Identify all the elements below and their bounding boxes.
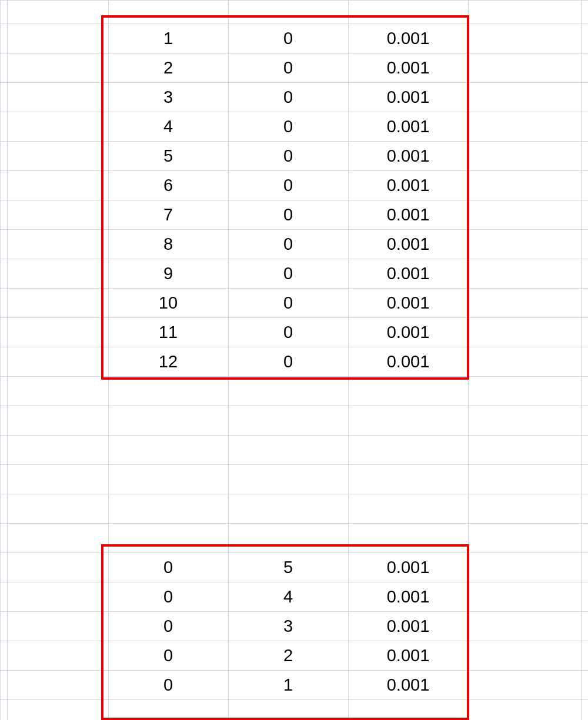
spreadsheet-cell[interactable]: 0 <box>228 229 348 259</box>
cell-value: 0 <box>283 294 293 312</box>
spreadsheet-cell[interactable]: 0 <box>228 112 348 141</box>
spreadsheet-cell[interactable]: 0 <box>108 670 228 699</box>
spreadsheet-cell[interactable]: 2 <box>228 641 348 670</box>
spreadsheet-cell[interactable]: 0 <box>228 317 348 347</box>
spreadsheet-cell[interactable]: 0 <box>228 24 348 53</box>
cell-value: 0.001 <box>387 177 430 194</box>
spreadsheet-cell[interactable]: 0.001 <box>348 582 468 611</box>
cell-value: 0 <box>283 177 293 194</box>
spreadsheet-cell[interactable]: 0.001 <box>348 170 468 200</box>
cell-value: 0.001 <box>387 677 430 694</box>
cell-value: 2 <box>283 647 293 664</box>
spreadsheet-cell[interactable]: 0.001 <box>348 641 468 670</box>
cell-value: 12 <box>159 353 178 370</box>
cell-value: 9 <box>163 265 173 282</box>
spreadsheet-cell[interactable]: 3 <box>108 82 228 112</box>
cell-value: 0 <box>283 30 293 47</box>
cell-value: 0.001 <box>387 324 430 341</box>
spreadsheet-cell[interactable]: 4 <box>228 582 348 611</box>
spreadsheet-cell[interactable]: 8 <box>108 229 228 259</box>
spreadsheet-cell[interactable]: 12 <box>108 347 228 376</box>
cell-value: 0.001 <box>387 294 430 312</box>
spreadsheet-cell[interactable]: 0.001 <box>348 347 468 376</box>
spreadsheet-cell[interactable]: 6 <box>108 170 228 200</box>
spreadsheet-cell[interactable]: 0.001 <box>348 82 468 112</box>
cell-value: 7 <box>163 206 173 223</box>
cell-value: 0 <box>163 647 173 664</box>
spreadsheet-cell[interactable]: 3 <box>228 611 348 641</box>
spreadsheet-cell[interactable]: 0 <box>228 347 348 376</box>
cell-value: 0.001 <box>387 236 430 253</box>
cell-value: 11 <box>159 324 178 341</box>
cell-value: 4 <box>163 118 173 135</box>
cell-value: 10 <box>159 294 178 312</box>
cell-value: 0 <box>163 588 173 605</box>
spreadsheet-cell[interactable]: 0.001 <box>348 112 468 141</box>
spreadsheet-cell[interactable]: 0.001 <box>348 670 468 699</box>
cell-value: 4 <box>283 588 293 605</box>
cell-value: 8 <box>163 236 173 253</box>
cell-value: 5 <box>283 559 293 576</box>
spreadsheet-cell[interactable]: 0.001 <box>348 288 468 317</box>
cell-value: 0.001 <box>387 265 430 282</box>
cell-value: 0 <box>283 89 293 106</box>
cell-value: 0 <box>163 677 173 694</box>
cell-value: 0.001 <box>387 59 430 76</box>
cell-value: 0.001 <box>387 148 430 165</box>
spreadsheet-cell[interactable]: 9 <box>108 259 228 288</box>
cell-value: 1 <box>163 30 173 47</box>
spreadsheet-cell[interactable]: 1 <box>228 670 348 699</box>
spreadsheet-cell[interactable]: 0 <box>228 170 348 200</box>
cell-value: 1 <box>283 677 293 694</box>
cell-value: 0.001 <box>387 353 430 370</box>
cell-value: 0.001 <box>387 618 430 635</box>
cell-value: 0 <box>283 59 293 76</box>
spreadsheet-cell[interactable]: 10 <box>108 288 228 317</box>
cell-value: 3 <box>283 618 293 635</box>
spreadsheet-cell[interactable]: 0.001 <box>348 24 468 53</box>
spreadsheet-cell[interactable]: 0 <box>228 82 348 112</box>
spreadsheet-cell[interactable]: 0.001 <box>348 200 468 229</box>
spreadsheet-cell[interactable]: 11 <box>108 317 228 347</box>
spreadsheet-cell[interactable]: 1 <box>108 24 228 53</box>
cell-value: 0 <box>163 559 173 576</box>
spreadsheet-cell[interactable]: 0 <box>108 611 228 641</box>
spreadsheet-cell[interactable]: 0 <box>228 53 348 82</box>
cell-value: 2 <box>163 59 173 76</box>
cell-value: 0 <box>163 618 173 635</box>
cell-value: 3 <box>163 89 173 106</box>
cell-value: 0 <box>283 265 293 282</box>
spreadsheet-cell[interactable]: 0.001 <box>348 53 468 82</box>
cell-value: 0 <box>283 324 293 341</box>
cell-value: 0 <box>283 206 293 223</box>
cell-value: 0.001 <box>387 559 430 576</box>
spreadsheet-cell[interactable]: 0 <box>228 141 348 170</box>
cell-value: 0 <box>283 353 293 370</box>
cell-value: 0 <box>283 236 293 253</box>
spreadsheet-cell[interactable]: 0 <box>228 259 348 288</box>
spreadsheet-cell[interactable]: 0 <box>228 200 348 229</box>
spreadsheet-cell[interactable]: 0.001 <box>348 611 468 641</box>
cell-value: 0.001 <box>387 118 430 135</box>
spreadsheet-cell[interactable]: 5 <box>108 141 228 170</box>
spreadsheet-cell[interactable]: 5 <box>228 552 348 582</box>
cell-value: 6 <box>163 177 173 194</box>
cell-value: 0.001 <box>387 206 430 223</box>
spreadsheet-cell[interactable]: 7 <box>108 200 228 229</box>
cell-value: 0.001 <box>387 89 430 106</box>
spreadsheet-cell[interactable]: 0.001 <box>348 552 468 582</box>
spreadsheet-cell[interactable]: 0.001 <box>348 259 468 288</box>
spreadsheet-cell[interactable]: 0 <box>108 582 228 611</box>
spreadsheet-cell[interactable]: 2 <box>108 53 228 82</box>
spreadsheet-cell[interactable]: 0 <box>108 641 228 670</box>
spreadsheet-cell[interactable]: 4 <box>108 112 228 141</box>
spreadsheet-cell[interactable]: 0.001 <box>348 229 468 259</box>
cell-value: 0.001 <box>387 30 430 47</box>
cell-value: 0.001 <box>387 647 430 664</box>
spreadsheet-cell[interactable]: 0 <box>228 288 348 317</box>
spreadsheet-cell[interactable]: 0.001 <box>348 141 468 170</box>
cell-value: 0 <box>283 118 293 135</box>
spreadsheet-cell[interactable]: 0.001 <box>348 317 468 347</box>
spreadsheet-cell[interactable]: 0 <box>108 552 228 582</box>
cell-value: 0 <box>283 148 293 165</box>
